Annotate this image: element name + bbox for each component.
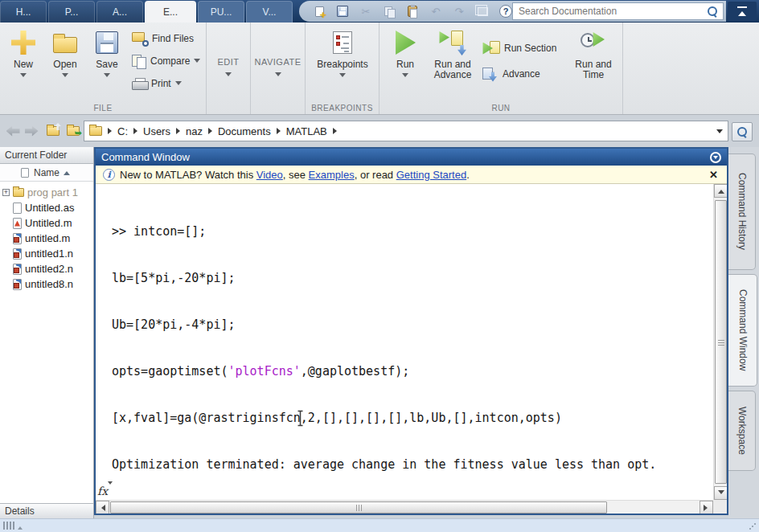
forward-button[interactable]: [23, 125, 39, 137]
command-window-text[interactable]: >> intcon=[]; lb=[5*pi,-20*pi]; Ub=[20*p…: [96, 184, 713, 500]
redo-button[interactable]: ↷: [450, 3, 468, 19]
dropdown-caret-icon: [20, 73, 27, 80]
search-documentation-input[interactable]: [513, 6, 708, 17]
file-row[interactable]: Untitled.m: [0, 215, 93, 231]
advance-button[interactable]: Advance: [482, 66, 540, 82]
file-row[interactable]: untitled1.n: [0, 246, 93, 261]
run-button[interactable]: Run: [386, 28, 425, 80]
details-header[interactable]: Details: [0, 503, 93, 518]
copy-button[interactable]: [380, 3, 398, 19]
scroll-right-button[interactable]: [700, 501, 713, 514]
run-and-time-icon: [581, 31, 606, 55]
new-button[interactable]: New: [3, 28, 43, 80]
file-icon: [13, 218, 22, 229]
banner-text: New to MATLAB? Watch this Video, see Exa…: [120, 169, 470, 181]
file-icon: [13, 203, 22, 214]
scroll-left-button[interactable]: [96, 501, 109, 514]
search-icon[interactable]: [708, 6, 718, 17]
breadcrumb-matlab[interactable]: MATLAB: [286, 125, 327, 137]
m-file-icon: [13, 279, 22, 290]
breadcrumb[interactable]: C: Users naz Documents MATLAB: [84, 121, 728, 141]
tab-command-history[interactable]: Command History: [728, 153, 756, 270]
statusbar-grip[interactable]: [3, 522, 23, 530]
tab-view[interactable]: V...: [246, 1, 293, 23]
crumb-separator-icon: [333, 128, 337, 134]
dropdown-caret-icon: [62, 73, 68, 80]
command-window-title: Command Window: [101, 151, 190, 163]
close-banner-button[interactable]: ✕: [709, 169, 720, 181]
breadcrumb-drive[interactable]: C:: [117, 125, 128, 137]
tab-apps[interactable]: A...: [96, 1, 143, 23]
name-column-header[interactable]: Name: [0, 164, 93, 182]
fx-function-hints-button[interactable]: fx: [97, 485, 110, 497]
file-row[interactable]: untitled2.n: [0, 261, 93, 276]
print-button[interactable]: Print: [132, 76, 182, 92]
search-icon: [737, 127, 748, 137]
save-button[interactable]: Save: [87, 28, 127, 80]
examples-link[interactable]: Examples: [309, 169, 355, 181]
breadcrumb-user[interactable]: naz: [186, 125, 203, 137]
run-section-button[interactable]: Run Section: [482, 40, 556, 56]
crumb-separator-icon: [208, 128, 212, 134]
ribbon-group-edit: EDIT: [207, 23, 251, 114]
expand-icon[interactable]: +: [2, 189, 10, 196]
breadcrumb-users[interactable]: Users: [143, 125, 170, 137]
sort-ascending-icon: [64, 168, 70, 175]
file-row[interactable]: untitled.m: [0, 231, 93, 246]
tab-command-window[interactable]: Command Window: [728, 274, 757, 387]
save-quick-button[interactable]: [334, 3, 351, 19]
command-window-body: >> intcon=[]; lb=[5*pi,-20*pi]; Ub=[20*p…: [96, 184, 727, 514]
tab-publish[interactable]: PU...: [198, 1, 244, 23]
switch-windows-button[interactable]: [474, 3, 491, 19]
panel-menu-button[interactable]: [710, 152, 721, 163]
run-and-advance-button[interactable]: Run and Advance: [428, 28, 478, 80]
scroll-up-button[interactable]: [714, 184, 727, 198]
getting-started-link[interactable]: Getting Started: [396, 169, 466, 181]
back-button[interactable]: [5, 125, 21, 137]
paste-button[interactable]: [404, 3, 421, 19]
undo-button[interactable]: ↶: [427, 3, 445, 19]
dropdown-caret-icon: [175, 81, 182, 88]
scroll-down-button[interactable]: [714, 486, 727, 500]
navigate-group-button[interactable]: NAVIGATE: [251, 23, 305, 114]
documentation-search: [512, 2, 724, 20]
scrollbar-corner: [713, 500, 727, 514]
edit-group-button[interactable]: EDIT: [207, 23, 250, 114]
ribbon-group-breakpoints: Breakpoints BREAKPOINTS: [306, 23, 380, 114]
breakpoints-button[interactable]: Breakpoints: [313, 28, 372, 80]
breadcrumb-documents[interactable]: Documents: [218, 125, 271, 137]
tab-editor[interactable]: E...: [145, 1, 196, 23]
group-label-file: FILE: [0, 104, 206, 113]
minimize-ribbon-button[interactable]: [728, 2, 757, 21]
status-bar: [0, 518, 759, 532]
new-script-button[interactable]: [310, 3, 328, 19]
tab-workspace[interactable]: Workspace: [728, 391, 756, 471]
up-one-level-button[interactable]: [45, 125, 61, 137]
open-button[interactable]: Open: [45, 28, 85, 80]
file-row[interactable]: Untitled.as: [0, 200, 93, 215]
address-dropdown-caret[interactable]: [716, 129, 723, 137]
file-row[interactable]: untitled8.n: [0, 276, 93, 292]
title-bar: H... P... A... E... PU... V... ✂ ↶ ↷ ?: [0, 0, 759, 23]
search-folder-button[interactable]: [732, 122, 753, 141]
find-files-icon: [132, 32, 148, 45]
horizontal-scrollbar[interactable]: [96, 500, 713, 514]
run-and-time-button[interactable]: Run and Time: [571, 28, 616, 80]
cut-button[interactable]: ✂: [357, 3, 375, 19]
find-files-button[interactable]: Find Files: [132, 31, 194, 47]
tab-home[interactable]: H...: [0, 1, 47, 23]
video-link[interactable]: Video: [256, 169, 283, 181]
help-icon: ?: [499, 5, 512, 18]
browse-folder-button[interactable]: ➥: [65, 125, 81, 137]
tab-plots[interactable]: P...: [48, 1, 95, 23]
horizontal-scroll-thumb[interactable]: [110, 501, 607, 514]
folder-up-icon: [47, 126, 59, 136]
console-line: Ub=[20*pi,-4*pi];: [112, 316, 713, 334]
resize-grip[interactable]: [749, 523, 756, 530]
new-icon: [11, 31, 35, 55]
file-row-folder[interactable]: + prog part 1: [0, 185, 93, 200]
vertical-scrollbar[interactable]: [713, 184, 727, 500]
vertical-scroll-thumb[interactable]: [715, 200, 727, 484]
compare-button[interactable]: Compare: [132, 53, 200, 69]
file-list: + prog part 1 Untitled.as Untitled.m unt…: [0, 182, 93, 503]
